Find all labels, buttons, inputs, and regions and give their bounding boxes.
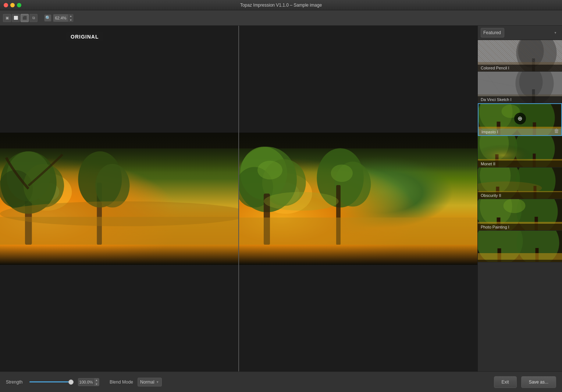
- strength-up-btn[interactable]: ▲: [94, 378, 99, 382]
- svg-point-5: [0, 170, 33, 207]
- svg-point-1: [34, 182, 59, 201]
- strength-label: Strength: [6, 380, 25, 385]
- zoom-icon[interactable]: 🔍: [44, 14, 51, 22]
- save-button[interactable]: Save as...: [521, 376, 556, 388]
- blend-arrow-icon: ▼: [156, 380, 159, 384]
- blend-mode-value: Normal: [140, 380, 154, 385]
- sidebar: Featured All Favorites Painterly Sketch …: [477, 26, 562, 371]
- zoom-input-wrap: ▲ ▼: [53, 14, 74, 22]
- canvas-area: ORIGINAL: [0, 26, 477, 371]
- category-selector: Featured All Favorites Painterly Sketch …: [478, 26, 562, 40]
- split-divider[interactable]: [238, 26, 239, 371]
- svg-point-11: [0, 201, 239, 226]
- blend-label: Blend Mode: [110, 380, 133, 385]
- delete-icon-impasto[interactable]: 🗑: [554, 128, 559, 134]
- svg-rect-21: [336, 185, 341, 245]
- view-compare-btn[interactable]: ⧉: [29, 14, 38, 22]
- preset-photo-painting-i[interactable]: Photo Painting I: [478, 199, 562, 231]
- category-select[interactable]: Featured All Favorites Painterly Sketch …: [481, 28, 504, 37]
- window-controls: [4, 3, 21, 7]
- svg-rect-18: [264, 193, 270, 245]
- maximize-button[interactable]: [17, 3, 21, 7]
- dark-bottom: [0, 245, 239, 265]
- view-single-btn[interactable]: ▣: [3, 14, 11, 22]
- painted-dark-bottom: [239, 245, 477, 265]
- painted-dark-top: [239, 133, 477, 172]
- zoom-input[interactable]: [53, 16, 68, 20]
- view-split-h-btn[interactable]: ⬜: [12, 14, 20, 22]
- preset-impasto-i[interactable]: ⊕ Impasto I 🗑: [478, 103, 562, 136]
- strength-slider-wrap: [29, 381, 74, 382]
- svg-point-16: [239, 167, 273, 207]
- strength-slider[interactable]: [29, 381, 74, 382]
- strength-value-wrap: ▲ ▼: [78, 378, 99, 386]
- svg-point-24: [264, 192, 339, 211]
- original-image: [0, 133, 239, 265]
- strength-arrows: ▲ ▼: [94, 378, 99, 386]
- original-label: ORIGINAL: [66, 32, 103, 41]
- svg-rect-25: [239, 217, 477, 245]
- svg-rect-7: [97, 182, 102, 245]
- zoom-down-btn[interactable]: ▼: [68, 18, 73, 22]
- preset-da-vinci-sketch-i[interactable]: Da Vinci Sketch I: [478, 72, 562, 103]
- preset-last[interactable]: [478, 231, 562, 262]
- main-area: ORIGINAL Featured All Favorites Painterl…: [0, 26, 562, 371]
- minimize-button[interactable]: [10, 3, 15, 7]
- view-split-v-btn[interactable]: ⬛: [21, 14, 29, 22]
- zoom-arrows: ▲ ▼: [68, 14, 73, 22]
- svg-point-0: [22, 173, 72, 211]
- preset-obscurity-ii[interactable]: Obscurity II: [478, 168, 562, 199]
- svg-point-13: [271, 182, 299, 204]
- strength-down-btn[interactable]: ▼: [94, 382, 99, 386]
- close-button[interactable]: [4, 3, 8, 7]
- painted-image: [239, 133, 477, 265]
- zoom-control: 🔍 ▲ ▼: [44, 14, 74, 22]
- preset-label-impasto: Impasto I: [479, 129, 561, 135]
- category-select-wrap[interactable]: Featured All Favorites Painterly Sketch …: [481, 28, 559, 37]
- title-bar: Topaz Impression V1.1.0 – Sample image: [0, 0, 562, 10]
- exit-button[interactable]: Exit: [494, 376, 517, 388]
- toolbar: ▣ ⬜ ⬛ ⧉ 🔍 ▲ ▼: [0, 10, 562, 26]
- original-panel: [0, 26, 239, 371]
- adjust-icon-impasto[interactable]: ⊕: [514, 112, 526, 124]
- view-mode-group: ▣ ⬜ ⬛ ⧉: [3, 14, 38, 22]
- svg-point-12: [259, 173, 312, 213]
- dark-top: [0, 133, 239, 172]
- preset-monet-ii[interactable]: Monet II: [478, 136, 562, 168]
- painted-panel: [239, 26, 477, 371]
- app-title: Topaz Impression V1.1.0 – Sample image: [240, 3, 322, 8]
- svg-rect-2: [25, 188, 32, 245]
- presets-list: Colored Pencil I: [478, 40, 562, 371]
- blend-mode-select[interactable]: Normal ▼: [138, 378, 162, 386]
- bottom-bar: Strength ▲ ▼ Blend Mode Normal ▼ Exit Sa…: [0, 371, 562, 392]
- svg-rect-10: [0, 217, 239, 245]
- preset-colored-pencil-i[interactable]: Colored Pencil I: [478, 40, 562, 72]
- zoom-up-btn[interactable]: ▲: [68, 14, 73, 18]
- strength-value-input[interactable]: [78, 380, 94, 384]
